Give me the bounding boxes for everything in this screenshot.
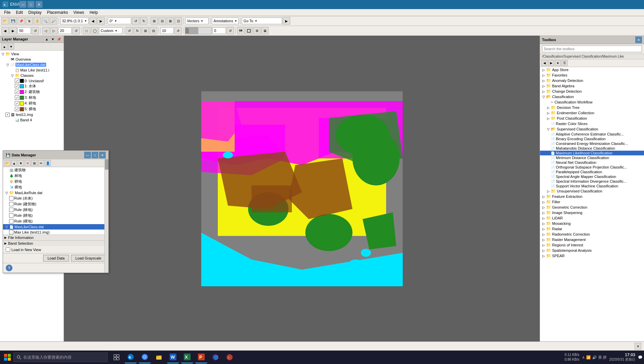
map-view[interactable] — [64, 36, 540, 341]
notification-btn[interactable]: 💬 — [638, 355, 643, 360]
tb-item-imagesharp[interactable]: ▷ 📁 Image Sharpening — [540, 210, 644, 215]
dm-item-ruleluodi[interactable]: Rule (裸地) — [3, 218, 108, 224]
toolbox-search-input[interactable] — [542, 46, 642, 52]
prev-btn[interactable]: ◀ — [89, 17, 97, 25]
goto-btn[interactable]: ▶ — [283, 17, 290, 25]
tool2[interactable]: ⊟ — [159, 17, 166, 25]
dm-item-maxlikerule[interactable]: ▽ 📁 MaxLikeRule.dat — [3, 190, 108, 195]
dm-check-maxlike-img[interactable] — [9, 230, 13, 234]
tb2-btn8[interactable]: ◯ — [91, 27, 98, 34]
tb-item-endmember[interactable]: ▷ 📁 Endmember Collection — [540, 110, 644, 116]
tb2-img2[interactable]: 🔲 — [245, 27, 252, 34]
tb-item-anomaly[interactable]: ▷ 📁 Anomaly Detection — [540, 78, 644, 83]
start-button[interactable] — [1, 351, 13, 363]
tb-item-mindist[interactable]: 📄 Minimum Distance Classification — [540, 155, 644, 160]
dm-item-ruleshui[interactable]: Rule (水体) — [3, 195, 108, 201]
dm-file-info-section[interactable]: ▶ File Information — [3, 235, 108, 240]
load-newview-checkbox[interactable] — [6, 247, 10, 252]
expand-band4[interactable] — [10, 118, 15, 122]
dm-item-jianzhu[interactable]: 🏢 建筑物 — [3, 167, 108, 173]
tb2-btn13[interactable]: ↺ — [174, 27, 182, 34]
expand-classification[interactable]: ▽ — [541, 94, 546, 99]
layer-manager-down[interactable]: ▼ — [50, 36, 56, 42]
tray-network[interactable]: 📶 — [586, 355, 591, 360]
taskbar-icon-word[interactable]: W — [167, 351, 179, 363]
tb-item-mahal[interactable]: 📄 Mahalanobis Distance Classification — [540, 146, 644, 151]
tb-item-supervised[interactable]: ▽ 📂 Supervised Classification — [540, 126, 644, 132]
next-btn[interactable]: ▶ — [97, 17, 105, 25]
vectors-dropdown[interactable]: Vectors — [185, 18, 209, 24]
tray-input-method[interactable]: 英 拼 — [598, 355, 607, 360]
tree-item-test11[interactable]: ✓ 🖼 test11.img — [1, 112, 63, 117]
expand-unsupervised[interactable]: ▷ — [546, 189, 551, 193]
expand-maxlikerule[interactable]: ▽ — [4, 190, 9, 195]
dm-band-selection-section[interactable]: ▶ Band Selection — [3, 240, 108, 246]
dm-down[interactable]: ▼ — [18, 160, 24, 166]
expand-overview[interactable] — [5, 57, 10, 62]
tb-item-cemc[interactable]: 📄 Constrained Energy Minimization Classi… — [540, 141, 644, 146]
dm-minimize[interactable]: — — [84, 152, 91, 158]
tb2-btn4[interactable]: ◁ — [42, 27, 49, 34]
tb-item-classworkflow[interactable]: ✏ Classification Workflow — [540, 99, 644, 105]
menu-help[interactable]: Help — [87, 9, 101, 16]
dm-check-ruleluodi[interactable] — [9, 219, 13, 223]
open-btn[interactable]: 📂 — [1, 17, 9, 25]
dm-open[interactable]: 📂 — [4, 160, 10, 166]
taskbar-icon-media[interactable]: ♪ — [224, 351, 236, 363]
tb-item-maxlike[interactable]: 📄 Maximum Likelihood Classification — [540, 151, 644, 155]
expand-maxlike[interactable] — [10, 68, 15, 72]
goto-dropdown[interactable]: Go To — [242, 18, 282, 24]
dm-up[interactable]: ▲ — [11, 160, 17, 166]
tb-item-spear[interactable]: ▷ 📁 SPEAR — [540, 253, 644, 259]
tree-item-classes[interactable]: ▽ 📁 Classes — [1, 73, 63, 78]
tb-item-spatiotemporal[interactable]: ▷ 📁 Spatiotemporal Analysis — [540, 248, 644, 253]
tb2-btn1[interactable]: ◀ — [1, 27, 9, 34]
tb-item-postclass[interactable]: ▷ 📁 Post Classification — [540, 116, 644, 121]
value1-input[interactable] — [18, 27, 31, 34]
dm-item-rulejianzhu[interactable]: Rule (建筑物) — [3, 201, 108, 207]
toolbox-nav-forward[interactable]: ▶ — [548, 60, 554, 66]
tool1[interactable]: ⊞ — [150, 17, 158, 25]
expand-geocorrect[interactable]: ▷ — [541, 205, 546, 210]
expand-radar[interactable]: ▷ — [541, 226, 546, 231]
tb-item-bandalgebra[interactable]: ▷ 📁 Band Algebra — [540, 83, 644, 89]
menu-placemarks[interactable]: Placemarks — [44, 9, 71, 16]
load-grayscale-btn[interactable]: Load Grayscale — [71, 255, 106, 262]
tb-item-roi[interactable]: ▷ 📁 Regions of Interest — [540, 242, 644, 248]
tb2-img4[interactable]: 🖥 — [261, 27, 269, 34]
tool3[interactable]: ⊠ — [167, 17, 174, 25]
dm-check-rulejianzhu[interactable] — [9, 202, 13, 206]
check-class1[interactable]: ✓ — [15, 84, 19, 88]
dm-tool1[interactable]: ⊞ — [31, 160, 37, 166]
menu-display[interactable]: Display — [26, 9, 44, 16]
taskbar-icon-chrome[interactable] — [139, 351, 151, 363]
load-data-btn[interactable]: Load Data — [43, 255, 69, 262]
dm-item-luodi[interactable]: 🏜 裸地 — [3, 184, 108, 190]
close-button[interactable]: ✕ — [36, 1, 42, 8]
save-btn[interactable]: 💾 — [9, 17, 17, 25]
rotate-left[interactable]: ↺ — [132, 17, 139, 25]
tb2-btn2[interactable]: ▶ — [9, 27, 17, 34]
dm-help-btn[interactable]: ? — [6, 265, 12, 271]
rotate-right[interactable]: ↻ — [140, 17, 147, 25]
tb-item-sid[interactable]: 📄 Spectral Information Divergence Classi… — [540, 179, 644, 184]
layer-manager-pin[interactable]: 📌 — [56, 36, 62, 42]
expand-spear[interactable]: ▷ — [541, 253, 546, 258]
zoom-dropdown[interactable]: 32.8% (1:3.1 — [60, 18, 89, 24]
tree-item-class2[interactable]: ✓ 2: 建筑物 — [1, 89, 63, 95]
tb-item-unsupervised[interactable]: ▷ 📁 Unsupervised Classification — [540, 188, 644, 194]
expand-decisiontree[interactable]: ▷ — [546, 105, 551, 110]
expand-anomaly[interactable]: ▷ — [541, 78, 546, 83]
toolbox-nav-back[interactable]: ◀ — [541, 60, 547, 66]
tb-item-neuralnet[interactable]: 📄 Neural Net Classification — [540, 160, 644, 165]
tree-item-class3[interactable]: ✓ 3: 林地 — [1, 95, 63, 100]
menu-views[interactable]: Views — [71, 9, 87, 16]
tree-item-class4[interactable]: ✓ 4: 耕地 — [1, 100, 63, 106]
dm-check-rulelindi[interactable] — [9, 208, 13, 212]
dm-item-maxlikeclass[interactable]: ▽ 📄 MaxLikeClass.dat — [3, 224, 108, 230]
tb2-btn6[interactable]: ↺ — [72, 27, 80, 34]
expand-radiometric[interactable]: ▷ — [541, 232, 546, 237]
dm-user[interactable]: 👤 — [45, 160, 51, 166]
tb-item-appstore[interactable]: ▷ 📁 App Store — [540, 67, 644, 72]
toolbox-close-btn[interactable]: ✕ — [635, 36, 642, 43]
